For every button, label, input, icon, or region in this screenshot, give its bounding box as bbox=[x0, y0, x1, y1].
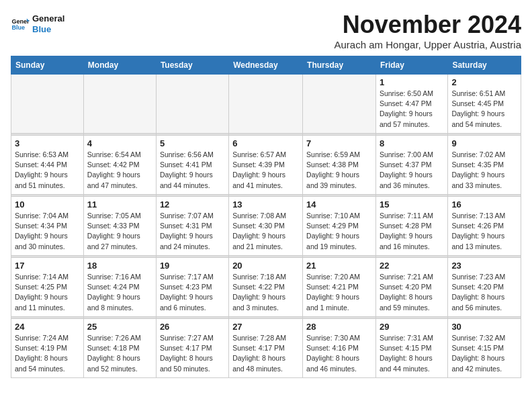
calendar-cell: 2Sunrise: 6:51 AM Sunset: 4:45 PM Daylig… bbox=[448, 75, 521, 134]
calendar-cell bbox=[83, 75, 156, 134]
day-number: 13 bbox=[232, 199, 299, 210]
month-title: November 2024 bbox=[335, 11, 521, 39]
calendar-week-row: 1Sunrise: 6:50 AM Sunset: 4:47 PM Daylig… bbox=[11, 75, 521, 134]
day-info: Sunrise: 7:20 AM Sunset: 4:21 PM Dayligh… bbox=[306, 272, 372, 313]
calendar-cell: 23Sunrise: 7:23 AM Sunset: 4:20 PM Dayli… bbox=[448, 258, 521, 317]
day-info: Sunrise: 7:31 AM Sunset: 4:15 PM Dayligh… bbox=[380, 333, 444, 374]
calendar-week-row: 3Sunrise: 6:53 AM Sunset: 4:44 PM Daylig… bbox=[11, 136, 521, 195]
calendar-cell: 27Sunrise: 7:28 AM Sunset: 4:17 PM Dayli… bbox=[229, 319, 303, 378]
logo-line2: Blue bbox=[32, 24, 64, 35]
day-number: 29 bbox=[380, 322, 444, 332]
day-info: Sunrise: 7:05 AM Sunset: 4:33 PM Dayligh… bbox=[87, 211, 152, 252]
day-info: Sunrise: 7:27 AM Sunset: 4:17 PM Dayligh… bbox=[160, 333, 225, 374]
calendar-cell: 19Sunrise: 7:17 AM Sunset: 4:23 PM Dayli… bbox=[156, 258, 228, 317]
day-number: 24 bbox=[15, 322, 80, 332]
day-number: 2 bbox=[451, 77, 517, 87]
day-info: Sunrise: 6:57 AM Sunset: 4:39 PM Dayligh… bbox=[232, 150, 299, 191]
calendar-cell: 16Sunrise: 7:13 AM Sunset: 4:26 PM Dayli… bbox=[448, 197, 521, 256]
day-info: Sunrise: 7:02 AM Sunset: 4:35 PM Dayligh… bbox=[451, 150, 517, 191]
day-info: Sunrise: 7:13 AM Sunset: 4:26 PM Dayligh… bbox=[451, 211, 517, 252]
calendar-cell: 12Sunrise: 7:07 AM Sunset: 4:31 PM Dayli… bbox=[156, 197, 228, 256]
day-number: 16 bbox=[451, 199, 517, 210]
calendar-cell bbox=[156, 75, 228, 134]
day-number: 30 bbox=[451, 322, 517, 332]
header: General Blue General Blue November 2024 … bbox=[11, 11, 521, 50]
calendar-cell: 25Sunrise: 7:26 AM Sunset: 4:18 PM Dayli… bbox=[83, 319, 156, 378]
day-number: 22 bbox=[380, 261, 444, 271]
day-number: 23 bbox=[451, 261, 517, 271]
day-number: 27 bbox=[232, 322, 299, 332]
svg-text:Blue: Blue bbox=[11, 24, 25, 31]
day-info: Sunrise: 7:21 AM Sunset: 4:20 PM Dayligh… bbox=[380, 272, 444, 313]
calendar-cell: 9Sunrise: 7:02 AM Sunset: 4:35 PM Daylig… bbox=[448, 136, 521, 195]
calendar-cell bbox=[11, 75, 84, 134]
day-info: Sunrise: 7:08 AM Sunset: 4:30 PM Dayligh… bbox=[232, 211, 299, 252]
day-number: 10 bbox=[15, 199, 80, 210]
day-number: 4 bbox=[87, 138, 152, 148]
calendar-cell: 5Sunrise: 6:56 AM Sunset: 4:41 PM Daylig… bbox=[156, 136, 228, 195]
day-number: 26 bbox=[160, 322, 225, 332]
calendar-cell: 24Sunrise: 7:24 AM Sunset: 4:19 PM Dayli… bbox=[11, 319, 84, 378]
day-number: 15 bbox=[380, 199, 444, 210]
day-info: Sunrise: 6:59 AM Sunset: 4:38 PM Dayligh… bbox=[306, 150, 372, 191]
day-number: 25 bbox=[87, 322, 152, 332]
calendar-cell: 15Sunrise: 7:11 AM Sunset: 4:28 PM Dayli… bbox=[375, 197, 447, 256]
calendar-cell: 29Sunrise: 7:31 AM Sunset: 4:15 PM Dayli… bbox=[375, 319, 447, 378]
calendar-cell: 30Sunrise: 7:32 AM Sunset: 4:15 PM Dayli… bbox=[448, 319, 521, 378]
day-number: 6 bbox=[232, 138, 299, 148]
day-number: 11 bbox=[87, 199, 152, 210]
day-number: 1 bbox=[380, 77, 444, 87]
calendar-cell bbox=[303, 75, 376, 134]
day-number: 17 bbox=[15, 261, 80, 271]
day-info: Sunrise: 7:23 AM Sunset: 4:20 PM Dayligh… bbox=[451, 272, 517, 313]
calendar-cell: 13Sunrise: 7:08 AM Sunset: 4:30 PM Dayli… bbox=[229, 197, 303, 256]
day-info: Sunrise: 7:00 AM Sunset: 4:37 PM Dayligh… bbox=[380, 150, 444, 191]
calendar-cell: 22Sunrise: 7:21 AM Sunset: 4:20 PM Dayli… bbox=[375, 258, 447, 317]
calendar-cell bbox=[229, 75, 303, 134]
day-number: 28 bbox=[306, 322, 372, 332]
calendar-cell: 8Sunrise: 7:00 AM Sunset: 4:37 PM Daylig… bbox=[375, 136, 447, 195]
logo-icon: General Blue bbox=[11, 15, 30, 34]
day-info: Sunrise: 6:53 AM Sunset: 4:44 PM Dayligh… bbox=[15, 150, 80, 191]
weekday-header: Saturday bbox=[448, 56, 521, 75]
weekday-header: Wednesday bbox=[229, 56, 303, 75]
day-info: Sunrise: 7:26 AM Sunset: 4:18 PM Dayligh… bbox=[87, 333, 152, 374]
day-info: Sunrise: 6:51 AM Sunset: 4:45 PM Dayligh… bbox=[451, 89, 517, 130]
day-number: 3 bbox=[15, 138, 80, 148]
day-number: 5 bbox=[160, 138, 225, 148]
day-info: Sunrise: 7:10 AM Sunset: 4:29 PM Dayligh… bbox=[306, 211, 372, 252]
day-info: Sunrise: 7:30 AM Sunset: 4:16 PM Dayligh… bbox=[306, 333, 372, 374]
day-info: Sunrise: 7:07 AM Sunset: 4:31 PM Dayligh… bbox=[160, 211, 225, 252]
day-info: Sunrise: 7:04 AM Sunset: 4:34 PM Dayligh… bbox=[15, 211, 80, 252]
logo: General Blue General Blue bbox=[11, 13, 64, 34]
day-number: 12 bbox=[160, 199, 225, 210]
calendar-header-row: SundayMondayTuesdayWednesdayThursdayFrid… bbox=[11, 56, 521, 75]
calendar-cell: 18Sunrise: 7:16 AM Sunset: 4:24 PM Dayli… bbox=[83, 258, 156, 317]
calendar-cell: 28Sunrise: 7:30 AM Sunset: 4:16 PM Dayli… bbox=[303, 319, 376, 378]
calendar-week-row: 17Sunrise: 7:14 AM Sunset: 4:25 PM Dayli… bbox=[11, 258, 521, 317]
day-number: 21 bbox=[306, 261, 372, 271]
weekday-header: Thursday bbox=[303, 56, 376, 75]
calendar-cell: 14Sunrise: 7:10 AM Sunset: 4:29 PM Dayli… bbox=[303, 197, 376, 256]
calendar-cell: 20Sunrise: 7:18 AM Sunset: 4:22 PM Dayli… bbox=[229, 258, 303, 317]
day-number: 7 bbox=[306, 138, 372, 148]
day-info: Sunrise: 7:17 AM Sunset: 4:23 PM Dayligh… bbox=[160, 272, 225, 313]
calendar-week-row: 10Sunrise: 7:04 AM Sunset: 4:34 PM Dayli… bbox=[11, 197, 521, 256]
calendar-cell: 3Sunrise: 6:53 AM Sunset: 4:44 PM Daylig… bbox=[11, 136, 84, 195]
day-number: 19 bbox=[160, 261, 225, 271]
logo-line1: General bbox=[32, 13, 64, 24]
title-area: November 2024 Aurach am Hongar, Upper Au… bbox=[335, 11, 521, 50]
day-number: 18 bbox=[87, 261, 152, 271]
calendar-cell: 11Sunrise: 7:05 AM Sunset: 4:33 PM Dayli… bbox=[83, 197, 156, 256]
day-info: Sunrise: 7:14 AM Sunset: 4:25 PM Dayligh… bbox=[15, 272, 80, 313]
day-info: Sunrise: 7:28 AM Sunset: 4:17 PM Dayligh… bbox=[232, 333, 299, 374]
day-info: Sunrise: 7:32 AM Sunset: 4:15 PM Dayligh… bbox=[451, 333, 517, 374]
calendar-cell: 4Sunrise: 6:54 AM Sunset: 4:42 PM Daylig… bbox=[83, 136, 156, 195]
day-info: Sunrise: 7:18 AM Sunset: 4:22 PM Dayligh… bbox=[232, 272, 299, 313]
day-info: Sunrise: 7:11 AM Sunset: 4:28 PM Dayligh… bbox=[380, 211, 444, 252]
calendar-cell: 1Sunrise: 6:50 AM Sunset: 4:47 PM Daylig… bbox=[375, 75, 447, 134]
day-info: Sunrise: 6:56 AM Sunset: 4:41 PM Dayligh… bbox=[160, 150, 225, 191]
day-number: 9 bbox=[451, 138, 517, 148]
day-number: 20 bbox=[232, 261, 299, 271]
calendar-cell: 21Sunrise: 7:20 AM Sunset: 4:21 PM Dayli… bbox=[303, 258, 376, 317]
